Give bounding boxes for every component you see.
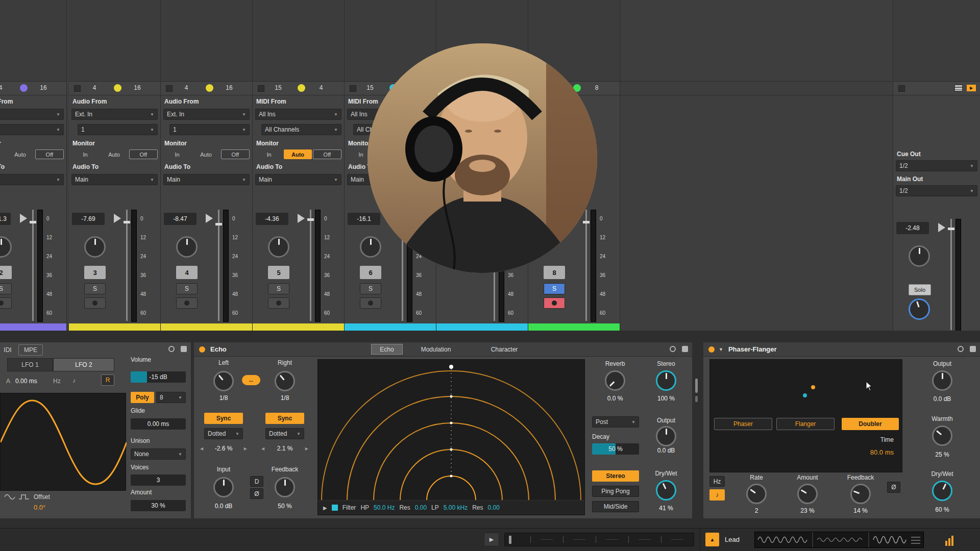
pan-knob[interactable] <box>360 236 381 258</box>
rate-note-button[interactable]: ♪ <box>72 377 76 384</box>
master-volume-value[interactable]: -2.48 <box>896 222 929 234</box>
volume-fader[interactable] <box>126 210 128 321</box>
volume-value[interactable]: 1.3 <box>0 213 11 225</box>
left-offset-stepper[interactable]: ◀ -2.6 % ▶ <box>200 443 247 454</box>
input-dropdown[interactable]: All Ins▼ <box>255 109 341 120</box>
arm-button[interactable] <box>268 297 289 309</box>
arm-button[interactable] <box>176 297 198 309</box>
track-activator-icon[interactable] <box>206 214 213 223</box>
volume-value[interactable]: -16.1 <box>348 213 380 225</box>
filter-play-icon[interactable]: ▶ <box>323 505 327 511</box>
voices-value-box[interactable]: 3 <box>131 474 186 486</box>
input-channel-dropdown[interactable]: All Channels▼ <box>261 124 341 135</box>
stop-button-icon[interactable] <box>350 85 356 92</box>
right-time-knob[interactable] <box>275 371 295 391</box>
play-marker-icon[interactable]: ▶ <box>967 85 976 91</box>
track-number-box[interactable]: 5 <box>268 266 289 279</box>
play-button[interactable]: ▶ <box>484 533 499 546</box>
volume-fader[interactable] <box>585 210 587 321</box>
drywet-knob[interactable] <box>656 480 676 500</box>
pan-knob[interactable] <box>0 236 12 258</box>
input-dropdown[interactable]: Ext. In▼ <box>71 109 158 120</box>
monitor-in-button[interactable]: In <box>71 149 99 159</box>
stop-button-icon[interactable] <box>74 85 81 92</box>
fold-button[interactable]: ▲ <box>705 533 719 546</box>
track-activator-icon[interactable] <box>114 214 121 223</box>
attack-value[interactable]: 0.00 ms <box>15 378 37 385</box>
drywet-value[interactable]: 60 % <box>935 506 949 513</box>
arm-button[interactable] <box>360 297 381 309</box>
cue-volume-knob[interactable] <box>909 298 930 320</box>
save-preset-icon[interactable] <box>181 346 187 352</box>
phaser-display[interactable]: Phaser Flanger Doubler Time 80.0 ms <box>709 359 902 472</box>
monitor-auto-button[interactable]: Auto <box>6 149 34 159</box>
volume-fader[interactable] <box>32 210 34 321</box>
monitor-off-button[interactable]: Off <box>35 149 64 159</box>
stop-button-icon[interactable] <box>898 85 905 92</box>
phase-button[interactable]: Ø <box>250 488 263 499</box>
mode-phaser-button[interactable]: Phaser <box>714 418 772 430</box>
scroll-handle[interactable] <box>509 536 511 544</box>
warmth-knob[interactable] <box>932 425 952 446</box>
sine-icon[interactable] <box>4 493 15 503</box>
master-clip-area[interactable] <box>893 0 980 82</box>
square-icon[interactable] <box>18 493 30 503</box>
left-sync-button[interactable]: Sync <box>204 413 243 424</box>
reverb-value[interactable]: 0.0 % <box>607 395 623 402</box>
monitor-off-button[interactable]: Off <box>129 149 158 159</box>
lp-value[interactable]: 5.00 kHz <box>444 504 468 511</box>
output-value[interactable]: 0.0 dB <box>934 395 951 403</box>
save-preset-icon[interactable] <box>682 346 688 352</box>
mode-flanger-button[interactable]: Flanger <box>776 418 835 430</box>
arrow-left-icon[interactable]: ◀ <box>261 446 264 451</box>
grid-icon[interactable] <box>954 85 963 91</box>
volume-value[interactable]: -7.69 <box>72 213 105 225</box>
input-dropdown[interactable]: Ext. In▼ <box>163 109 250 120</box>
arm-button[interactable] <box>544 297 565 309</box>
fold-device-icon[interactable]: ▼ <box>719 347 723 352</box>
volume-value[interactable]: -4.36 <box>256 213 288 225</box>
device-power-button[interactable] <box>199 346 205 353</box>
input-gain-value[interactable]: 0.0 dB <box>215 503 233 510</box>
pan-knob[interactable] <box>176 236 198 258</box>
track-activator-icon[interactable] <box>20 214 27 223</box>
track-header[interactable]: 154 <box>253 82 344 95</box>
save-preset-icon[interactable] <box>970 346 976 352</box>
track-number-box[interactable]: 4 <box>176 266 198 279</box>
stop-button-icon[interactable] <box>166 85 173 92</box>
feedback-value[interactable]: 14 % <box>853 507 867 514</box>
master-solo-button[interactable]: Solo <box>909 284 931 295</box>
res-value[interactable]: 0.00 <box>415 504 427 511</box>
tab-character[interactable]: Character <box>478 344 531 355</box>
channel-mode-midside-button[interactable]: Mid/Side <box>592 501 639 512</box>
glide-value-box[interactable]: 0.00 ms <box>131 418 186 430</box>
volume-value-box[interactable]: -15 dB <box>131 371 186 383</box>
input-channel-dropdown[interactable]: 1▼ <box>169 124 250 135</box>
scrollbar-handle[interactable] <box>695 396 698 402</box>
modulation-dot-orange[interactable] <box>811 385 815 389</box>
arrow-right-icon[interactable]: ▶ <box>244 446 247 451</box>
track-name-label[interactable]: Lead <box>725 536 740 543</box>
master-pan-knob[interactable] <box>909 245 930 267</box>
left-time-knob[interactable] <box>213 371 234 391</box>
output-dropdown[interactable]: Main▼ <box>163 174 250 185</box>
hot-swap-icon[interactable] <box>958 346 964 352</box>
volume-fader[interactable] <box>218 210 219 321</box>
output-dropdown[interactable]: Main▼ <box>71 174 158 185</box>
monitor-in-button[interactable]: In <box>255 149 283 159</box>
timeline-ruler[interactable] <box>504 533 694 546</box>
poly-voices-dropdown[interactable]: 8 ▼ <box>156 392 186 403</box>
master-volume-fader[interactable] <box>950 219 952 330</box>
hp-value[interactable]: 50.0 Hz <box>374 504 395 511</box>
rate-knob[interactable] <box>746 484 767 504</box>
rate-value[interactable]: 2 <box>755 507 758 514</box>
rate-note-button[interactable]: ♪ <box>709 489 725 500</box>
tab-lfo-1[interactable]: LFO 1 <box>7 358 53 371</box>
output-dropdown[interactable]: Main▼ <box>0 174 64 185</box>
stereo-width-knob[interactable] <box>656 370 676 391</box>
stereo-width-value[interactable]: 100 % <box>657 395 675 402</box>
input-dropdown[interactable]: Ext. In▼ <box>0 109 64 120</box>
left-mode-dropdown[interactable]: Dotted▼ <box>204 428 243 439</box>
echo-tunnel-display[interactable]: ▶ Filter HP 50.0 Hz Res 0.00 LP 5.00 kHz… <box>317 359 585 515</box>
track-activator-icon[interactable] <box>298 214 305 223</box>
